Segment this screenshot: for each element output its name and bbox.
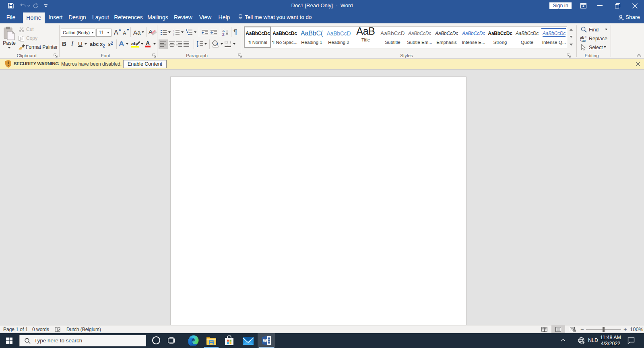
svg-text:ac: ac — [582, 39, 586, 42]
svg-text:Z: Z — [222, 33, 225, 36]
svg-text:W: W — [263, 338, 267, 343]
svg-text:A: A — [146, 40, 150, 46]
svg-text:3: 3 — [173, 33, 174, 35]
